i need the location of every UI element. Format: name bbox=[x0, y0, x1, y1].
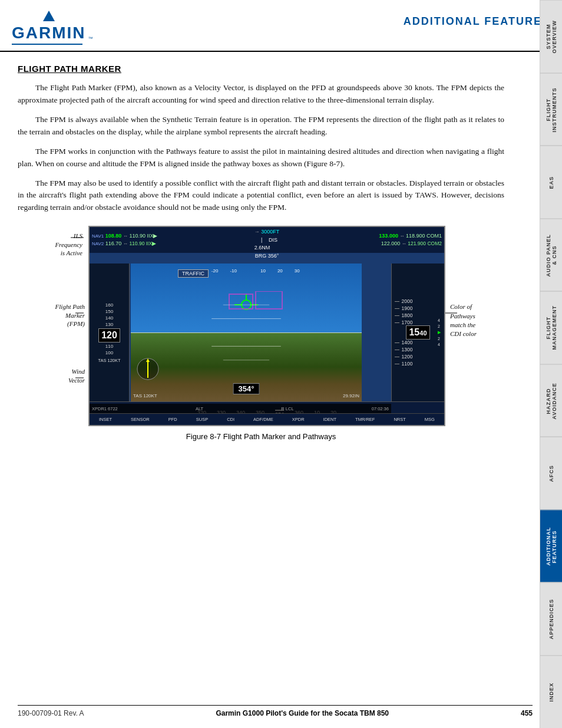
logo-underline bbox=[12, 44, 82, 45]
softkey-tmr-ref[interactable]: TMR/REF bbox=[355, 417, 375, 422]
pfd-status-bar: XPDR1 6722 ALT R LCL 07:02:36 bbox=[90, 404, 391, 413]
adi-area: -30-20-10102030 TRAFFIC bbox=[131, 263, 362, 401]
sidebar-item-flight-management[interactable]: FLIGHTMANAGEMENT bbox=[540, 291, 562, 364]
garmin-logo-text: GARMIN bbox=[12, 24, 86, 42]
speed-tape: 160 150 140 130 120 110 100 TAS 120KT bbox=[90, 263, 130, 401]
com1-standby-freq: 118.900 COM1 bbox=[406, 233, 442, 239]
sidebar-tabs: SYSTEMOVERVIEW FLIGHTINSTRUMENTS EAS AUD… bbox=[540, 0, 562, 728]
sidebar-item-appendices[interactable]: APPENDICES bbox=[540, 582, 562, 655]
paragraph-3: The FPM works in conjunction with the Pa… bbox=[18, 146, 504, 170]
speed-readout: 120 bbox=[98, 328, 120, 342]
softkey-cdi[interactable]: CDI bbox=[227, 417, 234, 422]
garmin-logo-area: GARMIN ™ bbox=[12, 11, 93, 45]
footer-page-number: 455 bbox=[521, 709, 533, 717]
tas-display: TAS 120KT bbox=[98, 358, 120, 363]
footer-doc-title: Garmin G1000 Pilot's Guide for the Socat… bbox=[216, 709, 389, 717]
brg-label: BRG 356° bbox=[255, 253, 279, 259]
pfd-screen: NAV1 108.80 ↔ 110.90 IIX▶ NAV2 116.70 ↔ … bbox=[88, 226, 445, 426]
nav2-standby-freq: 110.90 IIX▶ bbox=[129, 241, 156, 246]
annotation-fpm: Flight Path Marker (FPM) bbox=[55, 302, 85, 328]
left-annotations: ILS Frequency is Active Flight Path Mark… bbox=[18, 226, 88, 426]
pfd-course-info: CRS 356° → 3000FT | DIS 2.6NM BRG 356° bbox=[254, 226, 280, 260]
sidebar-item-eas[interactable]: EAS bbox=[540, 146, 562, 219]
crs-label: CRS 356° bbox=[255, 226, 279, 226]
softkey-inset[interactable]: INSET bbox=[99, 417, 112, 422]
sidebar-item-index[interactable]: INDEX bbox=[540, 655, 562, 729]
garmin-tm: ™ bbox=[88, 36, 93, 41]
pfd-top-nav-bar: NAV1 108.80 ↔ 110.90 IIX▶ NAV2 116.70 ↔ … bbox=[90, 227, 444, 253]
vsi-indicator: 4 2 ▶ 2 4 bbox=[434, 318, 444, 347]
lcl-status: R LCL bbox=[281, 406, 293, 411]
softkey-ident[interactable]: IDENT bbox=[323, 417, 337, 422]
paragraph-1: The Flight Path Marker (FPM), also known… bbox=[18, 82, 504, 107]
softkey-pfd[interactable]: PFD bbox=[168, 417, 177, 422]
softkey-adf-dme[interactable]: ADF/DME bbox=[253, 417, 273, 422]
main-content: FLIGHT PATH MARKER The Flight Path Marke… bbox=[0, 52, 540, 459]
nav1-standby-freq: 110.90 IIX▶ bbox=[129, 233, 157, 239]
annotation-area: ILS Frequency is Active Flight Path Mark… bbox=[18, 226, 504, 426]
heading-readout: 354° bbox=[233, 383, 260, 394]
page-header: GARMIN ™ ADDITIONAL FEATURES bbox=[0, 0, 562, 52]
com1-active-freq: 133.000 bbox=[379, 233, 398, 239]
pfd-nav-left: NAV1 108.80 ↔ 110.90 IIX▶ NAV2 116.70 ↔ … bbox=[90, 231, 254, 249]
sidebar-item-afcs[interactable]: AFCS bbox=[540, 437, 562, 510]
time-display: 07:02:36 bbox=[372, 406, 389, 411]
figure-caption: Figure 8-7 Flight Path Marker and Pathwa… bbox=[18, 432, 504, 441]
garmin-triangle-icon bbox=[43, 11, 55, 21]
section-heading: FLIGHT PATH MARKER bbox=[18, 64, 504, 74]
annotation-wind: Wind Vector bbox=[68, 367, 85, 384]
softkey-nrst[interactable]: NRST bbox=[394, 417, 405, 422]
sidebar-item-additional-features[interactable]: ADDITIONALFEATURES bbox=[540, 510, 562, 583]
baro-readout: 29.92IN bbox=[343, 393, 359, 398]
altitude-readout: 1540 bbox=[406, 325, 429, 340]
alt-target: 3000FT bbox=[261, 229, 279, 235]
softkey-sensor[interactable]: SENSOR bbox=[131, 417, 150, 422]
sidebar-item-flight-instruments[interactable]: FLIGHTINSTRUMENTS bbox=[540, 73, 562, 146]
altitude-tape: 2000 1900 1800 1700 1540 1400 1300 1200 … bbox=[391, 263, 444, 401]
com2-active-freq: 122.000 bbox=[381, 241, 401, 246]
page-section-title: ADDITIONAL FEATURES bbox=[404, 11, 550, 28]
sidebar-item-hazard-avoidance[interactable]: HAZARDAVOIDANCE bbox=[540, 364, 562, 437]
pfd-softkeys-bar: INSET SENSOR PFD SUSP CDI ADF/DME XPDR I… bbox=[90, 413, 444, 425]
page-footer: 190-00709-01 Rev. A Garmin G1000 Pilot's… bbox=[18, 705, 533, 717]
pitch-ladder-svg bbox=[131, 263, 362, 401]
alt-status: ALT bbox=[196, 406, 203, 411]
annotation-color-pathways: Color of Pathways match the CDI color bbox=[450, 302, 477, 339]
annotation-ils: ILS Frequency is Active bbox=[55, 232, 82, 257]
dis-label: DIS 2.6NM bbox=[254, 237, 277, 251]
paragraph-4: The FPM may also be used to identify a p… bbox=[18, 177, 504, 215]
pfd-nav-right: 133.000 ↔ 118.900 COM1 122.000 ↔ 121.900… bbox=[279, 231, 444, 249]
nav1-active-freq: 108.80 bbox=[105, 233, 122, 239]
sidebar-item-system-overview[interactable]: SYSTEMOVERVIEW bbox=[540, 0, 562, 73]
sidebar-item-audio-panel-cns[interactable]: AUDIO PANEL& CNS bbox=[540, 219, 562, 292]
right-annotations: Color of Pathways match the CDI color bbox=[445, 226, 504, 426]
softkey-susp[interactable]: SUSP bbox=[196, 417, 208, 422]
nav2-active-freq: 116.70 bbox=[105, 241, 122, 246]
footer-doc-number: 190-00709-01 Rev. A bbox=[18, 709, 84, 717]
xpdr-status: XPDR1 6722 bbox=[92, 406, 118, 411]
tas-readout: TAS 120KT bbox=[133, 393, 157, 398]
paragraph-2: The FPM is always available when the Syn… bbox=[18, 114, 504, 139]
softkey-msg[interactable]: MSG bbox=[425, 417, 435, 422]
wind-vector-svg bbox=[133, 354, 163, 384]
softkey-xpdr[interactable]: XPDR bbox=[292, 417, 305, 422]
com2-standby-freq: 121.900 COM2 bbox=[408, 241, 442, 246]
figure-container: ILS Frequency is Active Flight Path Mark… bbox=[18, 226, 504, 441]
